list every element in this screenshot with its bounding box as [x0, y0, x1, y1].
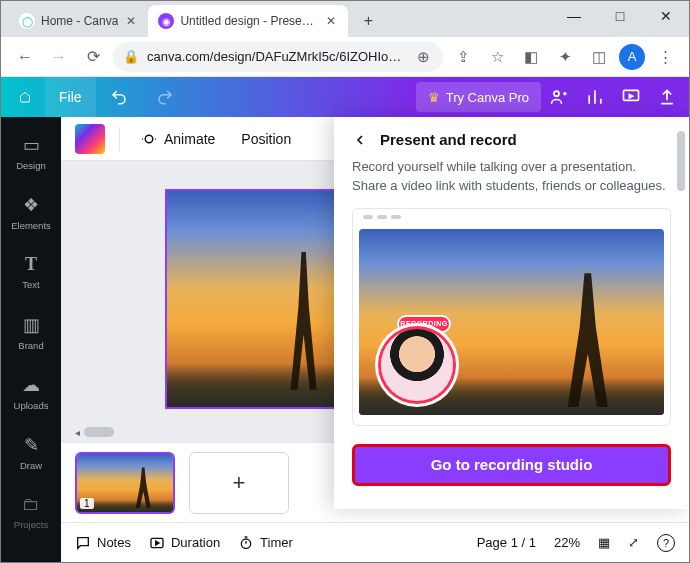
window-titlebar: ◯ Home - Canva ✕ ◉ Untitled design - Pre… — [1, 1, 689, 37]
preview-image: RECORDING — [359, 229, 664, 415]
file-menu[interactable]: File — [45, 77, 96, 117]
timer-label: Timer — [260, 535, 293, 550]
svg-point-2 — [145, 135, 153, 143]
zoom-icon[interactable]: ⊕ — [413, 43, 433, 71]
template-icon: ▭ — [23, 134, 40, 156]
home-button[interactable] — [5, 77, 45, 117]
sidenav-label: Draw — [20, 460, 42, 471]
timer-button[interactable]: Timer — [238, 535, 293, 551]
grid-view-button[interactable]: ▦ — [598, 535, 610, 550]
close-tab-icon[interactable]: ✕ — [124, 14, 138, 28]
redo-button[interactable] — [142, 77, 188, 117]
panel-title: Present and record — [380, 131, 517, 148]
scrollbar-thumb[interactable] — [84, 427, 114, 437]
preview-tabs-deco — [359, 215, 664, 225]
position-button[interactable]: Position — [235, 127, 297, 151]
sidenav-label: Text — [22, 279, 39, 290]
notes-button[interactable]: Notes — [75, 535, 131, 551]
sidenav-text[interactable]: T Text — [1, 243, 61, 301]
redo-icon — [156, 88, 174, 106]
sidenav-design[interactable]: ▭ Design — [1, 123, 61, 181]
kebab-menu-icon[interactable]: ⋮ — [651, 43, 679, 71]
sidenav-projects[interactable]: 🗀 Projects — [1, 483, 61, 541]
app-content: ▭ Design ❖ Elements T Text ▥ Brand ☁ Upl… — [1, 117, 689, 562]
share-button[interactable] — [649, 77, 685, 117]
try-pro-button[interactable]: ♛ Try Canva Pro — [416, 82, 541, 112]
new-tab-button[interactable]: + — [354, 7, 382, 35]
thumbnail-number: 1 — [80, 498, 94, 509]
slide-thumbnail[interactable]: 1 — [75, 452, 175, 514]
reload-button[interactable]: ⟳ — [79, 43, 107, 71]
sidenav-brand[interactable]: ▥ Brand — [1, 303, 61, 361]
stopwatch-icon — [238, 535, 254, 551]
minimize-button[interactable]: — — [551, 1, 597, 31]
sidenav-label: Design — [16, 160, 46, 171]
panel-scrollbar[interactable] — [677, 131, 685, 191]
canva-favicon-icon: ◉ — [158, 13, 174, 29]
present-button[interactable] — [613, 77, 649, 117]
extension-icon[interactable]: ◧ — [517, 43, 545, 71]
editor-main: Animate Position ◂ 1 + — [61, 117, 689, 562]
bookmark-icon[interactable]: ☆ — [483, 43, 511, 71]
expand-icon: ⤢ — [628, 535, 639, 550]
canva-favicon-icon: ◯ — [19, 13, 35, 29]
sidenav-label: Elements — [11, 220, 51, 231]
panel-description: Record yourself while talking over a pre… — [352, 158, 671, 196]
zoom-level[interactable]: 22% — [554, 535, 580, 550]
page-indicator[interactable]: Page 1 / 1 — [477, 535, 536, 550]
sidepanel-icon[interactable]: ◫ — [585, 43, 613, 71]
color-swatch[interactable] — [75, 124, 105, 154]
sidenav-label: Uploads — [14, 400, 49, 411]
folder-icon: 🗀 — [22, 494, 40, 515]
animate-label: Animate — [164, 131, 215, 147]
browser-tab-home[interactable]: ◯ Home - Canva ✕ — [9, 5, 148, 37]
go-to-recording-studio-button[interactable]: Go to recording studio — [352, 444, 671, 486]
tab-title: Untitled design - Presentati... — [180, 14, 318, 28]
close-window-button[interactable]: ✕ — [643, 1, 689, 31]
sidebar-label: Brand — [18, 340, 43, 351]
profile-avatar[interactable]: A — [619, 44, 645, 70]
lock-icon: 🔒 — [123, 49, 139, 64]
home-icon — [19, 88, 31, 106]
fullscreen-button[interactable]: ⤢ — [628, 535, 639, 550]
browser-toolbar: ← → ⟳ 🔒 canva.com/design/DAFuZMrkI5c/6IZ… — [1, 37, 689, 77]
window-controls: — □ ✕ — [551, 1, 689, 31]
preview-card: RECORDING — [352, 208, 671, 426]
forward-button[interactable]: → — [45, 43, 73, 71]
side-panel: ▭ Design ❖ Elements T Text ▥ Brand ☁ Upl… — [1, 117, 61, 562]
analytics-button[interactable] — [577, 77, 613, 117]
sidenav-uploads[interactable]: ☁ Uploads — [1, 363, 61, 421]
undo-icon — [110, 88, 128, 106]
svg-point-0 — [554, 91, 559, 96]
add-slide-button[interactable]: + — [189, 452, 289, 514]
browser-tab-design[interactable]: ◉ Untitled design - Presentati... ✕ — [148, 5, 348, 37]
try-pro-label: Try Canva Pro — [446, 90, 529, 105]
back-button[interactable]: ← — [11, 43, 39, 71]
collab-button[interactable] — [541, 77, 577, 117]
maximize-button[interactable]: □ — [597, 1, 643, 31]
duration-label: Duration — [171, 535, 220, 550]
pencil-icon: ✎ — [24, 434, 39, 456]
sidenav-elements[interactable]: ❖ Elements — [1, 183, 61, 241]
panel-desc-line: Record yourself while talking over a pre… — [352, 158, 671, 177]
animate-button[interactable]: Animate — [134, 126, 221, 152]
close-tab-icon[interactable]: ✕ — [324, 14, 338, 28]
duration-button[interactable]: Duration — [149, 535, 220, 551]
position-label: Position — [241, 131, 291, 147]
help-icon: ? — [657, 534, 675, 552]
canva-header: File ♛ Try Canva Pro — [1, 77, 689, 117]
help-button[interactable]: ? — [657, 534, 675, 552]
panel-desc-line: Share a video link with students, friend… — [352, 177, 671, 196]
puzzle-icon[interactable]: ✦ — [551, 43, 579, 71]
divider — [119, 127, 120, 151]
back-button[interactable] — [352, 132, 368, 148]
sidenav-label: Projects — [14, 519, 48, 530]
recording-badge: RECORDING — [399, 317, 449, 331]
scroll-left-icon[interactable]: ◂ — [75, 427, 80, 438]
undo-button[interactable] — [96, 77, 142, 117]
shapes-icon: ❖ — [23, 194, 39, 216]
share-icon[interactable]: ⇪ — [449, 43, 477, 71]
cloud-upload-icon: ☁ — [22, 374, 40, 396]
sidenav-draw[interactable]: ✎ Draw — [1, 423, 61, 481]
address-bar[interactable]: 🔒 canva.com/design/DAFuZMrkI5c/6IZOHIoQB… — [113, 42, 443, 72]
